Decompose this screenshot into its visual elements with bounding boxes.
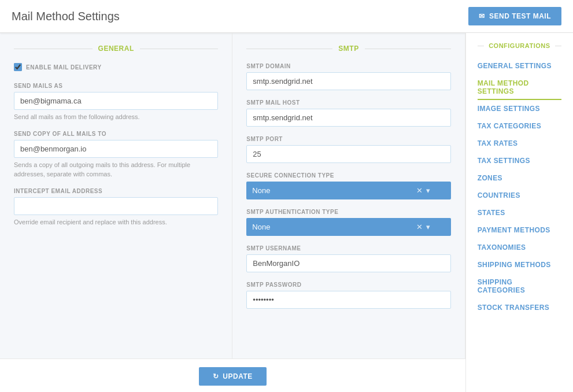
send-mails-as-input[interactable]: [14, 92, 218, 110]
send-mails-as-label: SEND MAILS AS: [14, 83, 218, 89]
bottom-bar: ↻ UPDATE: [0, 358, 465, 392]
send-copy-label: SEND COPY OF ALL MAILS TO: [14, 131, 218, 137]
enable-mail-delivery-checkbox[interactable]: [14, 63, 22, 71]
refresh-icon: ↻: [213, 372, 219, 380]
config-column: CONFIGURATIONS GENERAL SETTINGS MAIL MET…: [465, 33, 573, 392]
send-test-button[interactable]: ✉ SEND TEST MAIL: [468, 7, 561, 25]
page-header: Mail Method Settings ✉ SEND TEST MAIL: [0, 0, 573, 33]
config-nav-general-settings[interactable]: GENERAL SETTINGS: [478, 57, 561, 75]
general-section-header: GENERAL: [14, 45, 218, 53]
two-col-content: GENERAL ENABLE MAIL DELIVERY SEND MAILS …: [0, 33, 465, 358]
config-nav-stock-transfers[interactable]: STOCK TRANSFERS: [478, 299, 561, 316]
send-copy-input[interactable]: [14, 140, 218, 158]
config-nav-taxonomies[interactable]: TAXONOMIES: [478, 239, 561, 256]
smtp-domain-label: SMTP DOMAIN: [246, 63, 450, 69]
auth-type-value: None: [252, 223, 270, 231]
config-section-header: CONFIGURATIONS: [478, 42, 561, 49]
chevron-down-icon: ▾: [426, 186, 430, 195]
clear-icon[interactable]: ✕: [416, 186, 423, 195]
update-button[interactable]: ↻ UPDATE: [199, 367, 267, 386]
smtp-domain-input[interactable]: [246, 72, 450, 90]
config-nav-tax-categories[interactable]: TAX CATEGORIES: [478, 117, 561, 135]
send-mails-as-group: SEND MAILS AS Send all mails as from the…: [14, 83, 218, 121]
smtp-port-group: SMTP PORT: [246, 136, 450, 163]
auth-type-select[interactable]: None ✕ ▾: [246, 218, 450, 236]
auth-select-icons: ✕ ▾: [416, 223, 430, 231]
smtp-username-input[interactable]: [246, 254, 450, 272]
config-nav: GENERAL SETTINGS MAIL METHOD SETTINGS IM…: [478, 57, 561, 316]
secure-connection-label: SECURE CONNECTION TYPE: [246, 172, 450, 179]
config-nav-shipping-categories[interactable]: SHIPPING CATEGORIES: [478, 273, 561, 299]
intercept-email-hint: Override email recipient and replace wit…: [14, 218, 218, 227]
smtp-mail-host-label: SMTP MAIL HOST: [246, 99, 450, 106]
smtp-mail-host-group: SMTP MAIL HOST: [246, 99, 450, 127]
config-nav-countries[interactable]: COUNTRIES: [478, 187, 561, 204]
config-nav-mail-method-settings[interactable]: MAIL METHOD SETTINGS: [478, 75, 561, 100]
smtp-password-group: SMTP PASSWORD: [246, 282, 450, 309]
config-nav-states[interactable]: STATES: [478, 204, 561, 221]
config-nav-image-settings[interactable]: IMAGE SETTINGS: [478, 100, 561, 117]
intercept-email-input[interactable]: [14, 197, 218, 215]
smtp-port-label: SMTP PORT: [246, 136, 450, 142]
intercept-email-group: INTERCEPT EMAIL ADDRESS Override email r…: [14, 188, 218, 227]
smtp-username-group: SMTP USERNAME: [246, 245, 450, 272]
secure-connection-group: SECURE CONNECTION TYPE None ✕ ▾: [246, 172, 450, 199]
send-copy-hint: Sends a copy of all outgoing mails to th…: [14, 161, 218, 179]
auth-type-label: SMTP AUTHENTICATION TYPE: [246, 209, 450, 215]
config-nav-payment-methods[interactable]: PAYMENT METHODS: [478, 221, 561, 239]
smtp-column: SMTP SMTP DOMAIN SMTP MAIL HOST SMTP POR…: [232, 33, 465, 358]
auth-type-group: SMTP AUTHENTICATION TYPE None ✕ ▾: [246, 209, 450, 236]
secure-connection-value: None: [252, 186, 270, 195]
config-nav-tax-rates[interactable]: TAX RATES: [478, 135, 561, 152]
main-layout: GENERAL ENABLE MAIL DELIVERY SEND MAILS …: [0, 33, 573, 392]
smtp-username-label: SMTP USERNAME: [246, 245, 450, 252]
enable-mail-delivery-group: ENABLE MAIL DELIVERY: [14, 63, 218, 71]
auth-chevron-down-icon: ▾: [426, 223, 430, 231]
config-nav-shipping-methods[interactable]: SHIPPING METHODS: [478, 256, 561, 273]
general-column: GENERAL ENABLE MAIL DELIVERY SEND MAILS …: [0, 33, 232, 358]
smtp-password-input[interactable]: [246, 291, 450, 309]
smtp-password-label: SMTP PASSWORD: [246, 282, 450, 288]
send-mails-as-hint: Send all mails as from the following add…: [14, 113, 218, 121]
smtp-mail-host-input[interactable]: [246, 109, 450, 127]
config-nav-zones[interactable]: ZONES: [478, 169, 561, 187]
enable-mail-delivery-label: ENABLE MAIL DELIVERY: [26, 64, 102, 71]
select-icons: ✕ ▾: [416, 186, 430, 195]
smtp-port-input[interactable]: [246, 145, 450, 163]
send-copy-group: SEND COPY OF ALL MAILS TO Sends a copy o…: [14, 131, 218, 179]
config-nav-tax-settings[interactable]: TAX SETTINGS: [478, 152, 561, 169]
secure-connection-select[interactable]: None ✕ ▾: [246, 182, 450, 199]
form-columns: GENERAL ENABLE MAIL DELIVERY SEND MAILS …: [0, 33, 465, 392]
intercept-email-label: INTERCEPT EMAIL ADDRESS: [14, 188, 218, 194]
auth-clear-icon[interactable]: ✕: [416, 223, 423, 231]
smtp-section-header: SMTP: [246, 45, 450, 53]
mail-icon: ✉: [479, 12, 485, 20]
smtp-domain-group: SMTP DOMAIN: [246, 63, 450, 90]
page-title: Mail Method Settings: [12, 10, 120, 23]
